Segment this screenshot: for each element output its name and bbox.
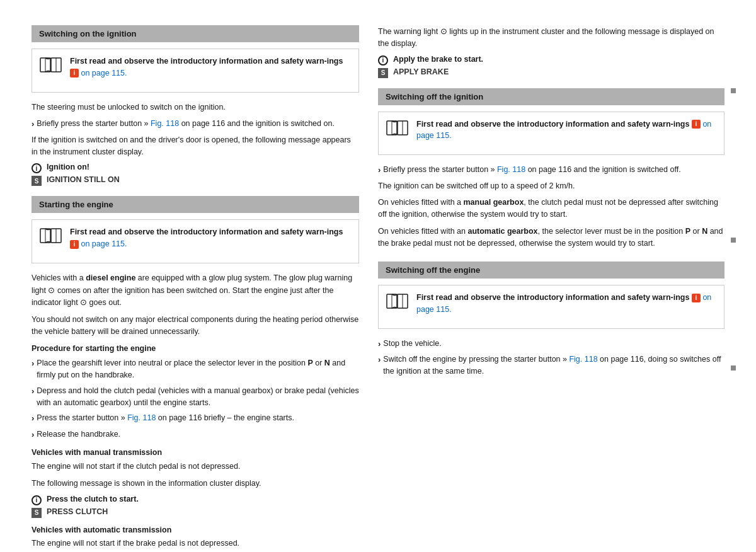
- fig118-link[interactable]: Fig. 118: [151, 119, 179, 128]
- info-row-1: i Ignition on!: [32, 163, 359, 173]
- para-message: The following message is shown in the in…: [32, 478, 359, 490]
- info-icon-3: i: [32, 495, 42, 505]
- info-icon: i: [32, 163, 42, 173]
- vehicles-manual-text: The engine will not start if the clutch …: [32, 461, 359, 473]
- warn-icon-2: i: [70, 240, 79, 249]
- book-icon-2: [40, 227, 64, 248]
- info-label2: IGNITION STILL ON: [47, 175, 120, 184]
- left-column: Switching on the ignition First read and…: [32, 25, 359, 552]
- fig118-link-3[interactable]: Fig. 118: [497, 165, 525, 174]
- section4-warning-text: First read and observe the introductory …: [416, 292, 716, 316]
- info-row-press-clutch: S PRESS CLUTCH: [32, 507, 359, 518]
- info-row-clutch: i Press the clutch to start.: [32, 495, 359, 505]
- info-row-apply: i Apply the brake to start.: [378, 55, 724, 66]
- vehicles-manual-header: Vehicles with manual transmission: [32, 447, 359, 459]
- book-icon-3: [386, 120, 410, 140]
- warn-icon-3: i: [692, 120, 701, 129]
- right-intro-para: The warning light ⊙ lights up in the ins…: [378, 25, 724, 50]
- info-s-icon-apply: S: [378, 68, 388, 78]
- section3-warning-box: First read and observe the introductory …: [386, 118, 716, 142]
- info-s-icon: S: [32, 176, 42, 186]
- section4-bullet2: › Switch off the engine by pressing the …: [378, 354, 724, 377]
- section4-header: Switching off the engine: [378, 262, 724, 279]
- info-label-apply: Apply the brake to start.: [393, 55, 483, 64]
- warn-link-2[interactable]: on page 115.: [81, 239, 127, 248]
- section1-warning-box: First read and observe the introductory …: [40, 55, 351, 79]
- info-s-icon-2: S: [32, 508, 42, 518]
- section3-para3: On vehicles fitted with an automatic gea…: [378, 226, 724, 250]
- book-icon-4: [386, 293, 410, 313]
- bullet-depress: › Depress and hold the clutch pedal (veh…: [32, 385, 359, 409]
- fig118-link-4[interactable]: Fig. 118: [569, 355, 597, 364]
- section3-bullet1: › Briefly press the starter button » Fig…: [378, 164, 724, 176]
- warn-link[interactable]: on page 115.: [81, 69, 127, 78]
- bullet-press: › Press the starter button » Fig. 118 on…: [32, 412, 359, 425]
- section1-warning-text: First read and observe the introductory …: [70, 55, 351, 79]
- warn-icon: i: [70, 69, 79, 78]
- section3-header: Switching off the ignition: [378, 88, 724, 105]
- section2-warning-text: First read and observe the introductory …: [70, 226, 351, 250]
- info-label-press-clutch: PRESS CLUTCH: [47, 507, 108, 516]
- vehicles-auto-header: Vehicles with automatic transmission: [32, 524, 359, 536]
- procedure-header: Procedure for starting the engine: [32, 343, 359, 355]
- section2-para1: Vehicles with a diesel engine are equipp…: [32, 272, 359, 309]
- info-icon-apply: i: [378, 55, 388, 66]
- section2-para2: You should not switch on any major elect…: [32, 314, 359, 338]
- fig118-link-2[interactable]: Fig. 118: [127, 413, 156, 422]
- section3-warning-text: First read and observe the introductory …: [416, 118, 716, 142]
- section1-bullet1: › Briefly press the starter button » Fig…: [32, 118, 359, 130]
- section4-warning-box: First read and observe the introductory …: [386, 292, 716, 316]
- arrow-icon: ›: [32, 118, 34, 130]
- section1-para1: The steering must be unlocked to switch …: [32, 101, 359, 113]
- section1-header: Switching on the ignition: [32, 25, 359, 42]
- vehicles-auto-text: The engine will not start if the brake p…: [32, 538, 359, 549]
- book-icon: [40, 57, 64, 77]
- info-label1: Ignition on!: [47, 163, 89, 171]
- info-label-clutch: Press the clutch to start.: [47, 495, 139, 503]
- info-row-2: S IGNITION STILL ON: [32, 175, 359, 186]
- info-label-apply-brake: APPLY BRAKE: [393, 67, 449, 76]
- bullet-place: › Place the gearshift lever into neutral…: [32, 357, 359, 381]
- info-row-apply-brake: S APPLY BRAKE: [378, 67, 724, 78]
- section1-para2: If the ignition is switched on and the d…: [32, 134, 359, 158]
- warn-icon-4: i: [692, 294, 701, 302]
- section3-para2: On vehicles fitted with a manual gearbox…: [378, 197, 724, 221]
- section2-warning-box: First read and observe the introductory …: [40, 226, 351, 250]
- section3-para1: The ignition can be switched off up to a…: [378, 180, 724, 192]
- right-column: The warning light ⊙ lights up in the ins…: [378, 25, 724, 552]
- bullet-release: › Release the handbrake.: [32, 428, 359, 441]
- section4-bullet1: › Stop the vehicle.: [378, 338, 724, 350]
- section2-header: Starting the engine: [32, 196, 359, 213]
